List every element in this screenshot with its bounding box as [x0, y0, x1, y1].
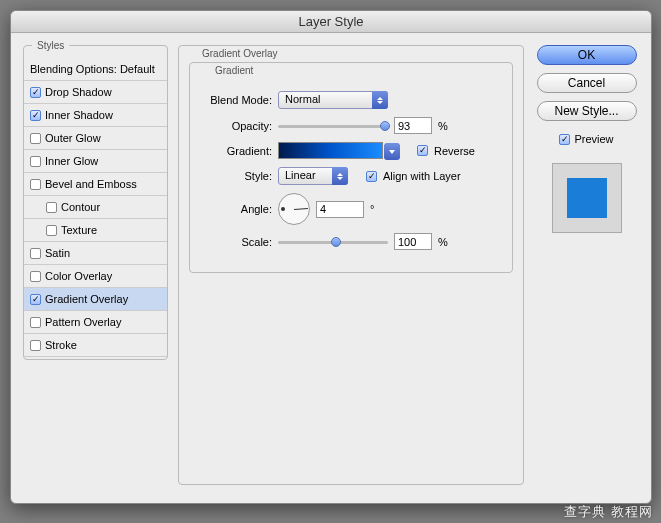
ok-button[interactable]: OK — [537, 45, 637, 65]
checkbox[interactable]: ✓ — [30, 294, 41, 305]
sidebar-item-color-overlay[interactable]: Color Overlay — [24, 265, 167, 288]
sidebar-item-outer-glow[interactable]: Outer Glow — [24, 127, 167, 150]
angle-line-icon — [294, 208, 308, 210]
watermark-text: 查字典 教程网 — [564, 503, 653, 521]
checkbox[interactable] — [30, 340, 41, 351]
sidebar-item-label: Inner Shadow — [45, 109, 113, 121]
opacity-label: Opacity: — [202, 120, 272, 132]
angle-unit: ° — [370, 203, 374, 215]
blending-options-header[interactable]: Blending Options: Default — [24, 58, 167, 81]
style-row: Style: Linear ✓ Align with Layer — [202, 167, 500, 185]
sidebar-item-texture[interactable]: Texture — [24, 219, 167, 242]
sidebar-item-label: Inner Glow — [45, 155, 98, 167]
sidebar-item-label: Color Overlay — [45, 270, 112, 282]
angle-label: Angle: — [202, 203, 272, 215]
scale-slider[interactable] — [278, 235, 388, 249]
styles-group-title: Styles — [32, 40, 69, 51]
blend-mode-select[interactable]: Normal — [278, 91, 388, 109]
styles-sidebar: Styles Blending Options: Default ✓Drop S… — [23, 45, 168, 489]
dialog-content: Styles Blending Options: Default ✓Drop S… — [11, 33, 651, 501]
sidebar-item-satin[interactable]: Satin — [24, 242, 167, 265]
settings-panel: Gradient Overlay Gradient Blend Mode: No… — [178, 45, 524, 489]
gradient-label: Gradient: — [202, 145, 272, 157]
window-title: Layer Style — [11, 11, 651, 33]
blend-mode-row: Blend Mode: Normal — [202, 91, 500, 109]
angle-row: Angle: ° — [202, 193, 500, 225]
sidebar-item-label: Satin — [45, 247, 70, 259]
reverse-checkbox[interactable]: ✓ — [417, 145, 428, 156]
sidebar-item-label: Outer Glow — [45, 132, 101, 144]
dropdown-arrow-icon — [372, 91, 388, 109]
slider-thumb-icon — [380, 121, 390, 131]
gradient-swatch[interactable] — [278, 142, 383, 159]
angle-dial[interactable] — [278, 193, 310, 225]
preview-swatch — [567, 178, 607, 218]
sidebar-item-inner-glow[interactable]: Inner Glow — [24, 150, 167, 173]
blend-mode-label: Blend Mode: — [202, 94, 272, 106]
slider-thumb-icon — [331, 237, 341, 247]
checkbox[interactable] — [46, 202, 57, 213]
gradient-picker-arrow-icon[interactable] — [384, 143, 400, 160]
sidebar-item-contour[interactable]: Contour — [24, 196, 167, 219]
sidebar-item-label: Gradient Overlay — [45, 293, 128, 305]
checkbox[interactable]: ✓ — [30, 87, 41, 98]
sidebar-item-drop-shadow[interactable]: ✓Drop Shadow — [24, 81, 167, 104]
gradient-overlay-title: Gradient Overlay — [197, 48, 283, 59]
preview-toggle: ✓ Preview — [559, 133, 613, 145]
sidebar-item-bevel-and-emboss[interactable]: Bevel and Emboss — [24, 173, 167, 196]
opacity-unit: % — [438, 120, 448, 132]
sidebar-item-label: Pattern Overlay — [45, 316, 121, 328]
scale-unit: % — [438, 236, 448, 248]
sidebar-item-pattern-overlay[interactable]: Pattern Overlay — [24, 311, 167, 334]
right-column: OK Cancel New Style... ✓ Preview — [534, 45, 639, 489]
gradient-group: Gradient Blend Mode: Normal Opacity: — [189, 62, 513, 273]
checkbox[interactable] — [30, 179, 41, 190]
gradient-overlay-group: Gradient Overlay Gradient Blend Mode: No… — [178, 45, 524, 485]
reverse-label: Reverse — [434, 145, 475, 157]
scale-input[interactable] — [394, 233, 432, 250]
style-label: Style: — [202, 170, 272, 182]
style-select[interactable]: Linear — [278, 167, 348, 185]
sidebar-item-label: Texture — [61, 224, 97, 236]
sidebar-item-label: Contour — [61, 201, 100, 213]
scale-row: Scale: % — [202, 233, 500, 250]
sidebar-item-label: Drop Shadow — [45, 86, 112, 98]
checkbox[interactable] — [30, 317, 41, 328]
checkbox[interactable] — [30, 156, 41, 167]
opacity-row: Opacity: % — [202, 117, 500, 134]
checkbox[interactable] — [30, 271, 41, 282]
gradient-group-title: Gradient — [210, 65, 258, 76]
checkbox[interactable] — [46, 225, 57, 236]
dropdown-arrow-icon — [332, 167, 348, 185]
layer-style-dialog: Layer Style Styles Blending Options: Def… — [10, 10, 652, 504]
align-label: Align with Layer — [383, 170, 461, 182]
sidebar-item-stroke[interactable]: Stroke — [24, 334, 167, 357]
sidebar-item-label: Bevel and Emboss — [45, 178, 137, 190]
gradient-row: Gradient: ✓ Reverse — [202, 142, 500, 159]
new-style-button[interactable]: New Style... — [537, 101, 637, 121]
sidebar-item-label: Stroke — [45, 339, 77, 351]
scale-label: Scale: — [202, 236, 272, 248]
preview-checkbox[interactable]: ✓ — [559, 134, 570, 145]
sidebar-item-inner-shadow[interactable]: ✓Inner Shadow — [24, 104, 167, 127]
align-checkbox[interactable]: ✓ — [366, 171, 377, 182]
opacity-input[interactable] — [394, 117, 432, 134]
checkbox[interactable] — [30, 248, 41, 259]
preview-label: Preview — [574, 133, 613, 145]
preview-box — [552, 163, 622, 233]
angle-dot-icon — [281, 207, 285, 211]
styles-group: Styles Blending Options: Default ✓Drop S… — [23, 45, 168, 360]
checkbox[interactable]: ✓ — [30, 110, 41, 121]
sidebar-item-gradient-overlay[interactable]: ✓Gradient Overlay — [24, 288, 167, 311]
angle-input[interactable] — [316, 201, 364, 218]
cancel-button[interactable]: Cancel — [537, 73, 637, 93]
checkbox[interactable] — [30, 133, 41, 144]
opacity-slider[interactable] — [278, 119, 388, 133]
